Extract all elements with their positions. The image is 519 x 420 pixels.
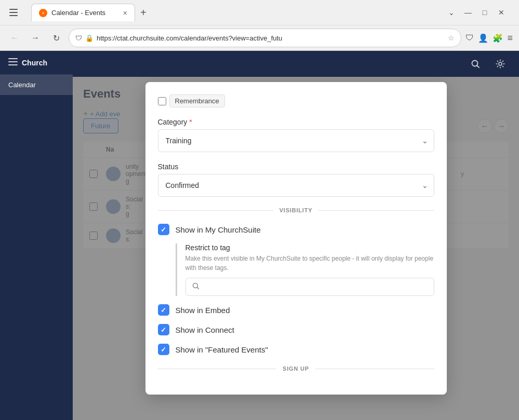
extensions-icon[interactable]: 🧩 [493, 33, 503, 43]
tag-item: Remembrance [169, 94, 225, 107]
category-label: Category * [158, 118, 434, 126]
show-in-mychurchsuite-label: Show in My ChurchSuite [176, 225, 261, 234]
modal-overlay: Remembrance Category * Training [73, 77, 519, 420]
svg-point-10 [499, 62, 502, 65]
show-in-featured-label: Show in "Featured Events" [176, 345, 268, 354]
svg-rect-2 [9, 15, 18, 16]
visibility-divider: VISIBILITY [158, 207, 434, 213]
show-in-embed-item: Show in Embed [158, 304, 434, 316]
show-in-connect-item: Show in Connect [158, 324, 434, 335]
restrict-to-tag-section: Restrict to tag Make this event visible … [176, 243, 434, 296]
svg-rect-6 [8, 61, 18, 62]
refresh-button[interactable]: ↻ [48, 30, 64, 46]
tag-label: Remembrance [175, 97, 219, 105]
hamburger-icon[interactable] [8, 57, 18, 68]
status-group: Status Confirmed Provisional Cancelled ⌄ [158, 162, 434, 197]
search-icon[interactable] [467, 56, 484, 72]
app-layout: Church Calendar Events [0, 51, 519, 420]
security-icon: 🛡 [75, 34, 82, 42]
restrict-to-tag-description: Make this event visible in My ChurchSuit… [185, 254, 434, 273]
show-in-connect-checkbox[interactable] [158, 324, 169, 335]
show-in-embed-checkbox[interactable] [158, 304, 169, 316]
show-in-mychurchsuite-item: Show in My ChurchSuite [158, 224, 434, 235]
required-indicator: * [189, 118, 192, 126]
minimize-button[interactable]: — [461, 5, 475, 20]
sidebar-logo: Church [22, 59, 47, 67]
show-in-connect-label: Show in Connect [176, 326, 234, 334]
svg-point-8 [472, 61, 478, 66]
sidebar-item-calendar[interactable]: Calendar [0, 75, 73, 95]
address-bar-url: https://ctat.churchsuite.com/calendar/ev… [97, 34, 445, 42]
address-bar[interactable]: 🛡 🔒 https://ctat.churchsuite.com/calenda… [69, 29, 461, 47]
modal-dialog: Remembrance Category * Training [145, 82, 447, 395]
show-in-featured-item: Show in "Featured Events" [158, 344, 434, 355]
tag-search-input[interactable] [204, 283, 428, 291]
status-label: Status [158, 162, 434, 171]
visibility-section-label: VISIBILITY [280, 207, 313, 213]
show-in-mychurchsuite-checkbox[interactable] [158, 224, 169, 235]
main-header [73, 51, 519, 77]
status-select[interactable]: Confirmed Provisional Cancelled [158, 174, 434, 197]
svg-rect-1 [9, 12, 18, 13]
dropdown-icon[interactable]: ⌄ [444, 5, 459, 20]
svg-rect-7 [8, 64, 18, 65]
sidebar-header: Church [0, 51, 73, 75]
tab-label: Calendar - Events [51, 9, 105, 17]
divider-line-left [158, 210, 273, 211]
show-in-featured-checkbox[interactable] [158, 344, 169, 355]
status-select-wrapper: Confirmed Provisional Cancelled ⌄ [158, 174, 434, 197]
browser-titlebar: + Calendar - Events × + ⌄ — □ ✕ [0, 0, 519, 25]
svg-rect-0 [9, 9, 18, 10]
back-button[interactable]: ← [6, 30, 23, 46]
category-group: Category * Training Service Meeting Even… [158, 118, 434, 152]
svg-rect-5 [8, 58, 18, 59]
maximize-button[interactable]: □ [477, 5, 492, 20]
sidebar: Church Calendar [0, 51, 73, 420]
svg-line-9 [477, 66, 480, 68]
tag-search-wrapper [185, 278, 434, 296]
svg-text:+: + [42, 11, 44, 15]
signup-divider-line-right [315, 369, 434, 369]
category-select[interactable]: Training Service Meeting Event [158, 129, 434, 152]
sidebar-item-label: Calendar [8, 81, 36, 89]
nav-controls [5, 4, 22, 21]
content-area: Events + + Add eve Future ← → Na [73, 77, 519, 420]
lock-icon: 🔒 [85, 34, 94, 42]
signup-section-label: SIGN UP [283, 365, 309, 372]
signup-divider-line-left [158, 369, 277, 369]
search-icon [192, 282, 199, 291]
restrict-to-tag-title: Restrict to tag [185, 243, 434, 252]
tags-row: Remembrance [158, 94, 434, 107]
tag-checkbox[interactable] [158, 97, 166, 105]
close-icon[interactable]: × [123, 9, 127, 17]
sidebar-toggle-icon[interactable] [5, 4, 22, 21]
show-in-embed-label: Show in Embed [176, 306, 230, 315]
tab-favicon: + [39, 9, 47, 17]
main-content: Events + + Add eve Future ← → Na [73, 51, 519, 420]
browser-chrome: + Calendar - Events × + ⌄ — □ ✕ ← → ↻ 🛡 … [0, 0, 519, 51]
category-select-wrapper: Training Service Meeting Event ⌄ [158, 129, 434, 152]
profile-icon[interactable]: 👤 [478, 33, 488, 43]
settings-icon[interactable] [492, 56, 509, 72]
window-close-button[interactable]: ✕ [494, 5, 509, 20]
shield-icon: 🛡 [465, 33, 474, 43]
browser-menu-icon[interactable]: ≡ [507, 33, 513, 44]
browser-tab[interactable]: + Calendar - Events × [31, 4, 135, 21]
bookmark-icon[interactable]: ☆ [448, 34, 455, 42]
new-tab-button[interactable]: + [137, 7, 150, 18]
forward-button[interactable]: → [27, 30, 44, 46]
signup-divider: SIGN UP [158, 365, 434, 372]
svg-line-12 [197, 288, 198, 289]
divider-line-right [318, 210, 434, 211]
